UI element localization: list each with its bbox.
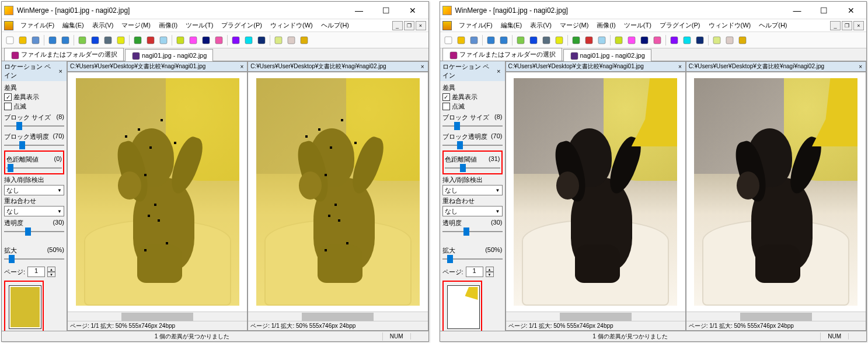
menu-6[interactable]: プラグイン(P)	[656, 20, 704, 31]
path-close-1[interactable]: ×	[420, 64, 426, 70]
zoom-slider[interactable]	[4, 255, 64, 263]
mdi-close[interactable]: ×	[853, 21, 864, 30]
tb-undo[interactable]	[47, 34, 58, 46]
page-up[interactable]: ▲	[486, 267, 494, 272]
menu-8[interactable]: ヘルプ(H)	[318, 20, 353, 31]
tb-save[interactable]	[468, 34, 480, 46]
tb-diff-up-left[interactable]	[76, 34, 88, 46]
tb-diff-down-left[interactable]	[528, 34, 539, 46]
page-down[interactable]: ▼	[486, 272, 494, 277]
tb-undo[interactable]	[485, 34, 497, 46]
hscroll-0[interactable]	[68, 312, 247, 321]
menu-3[interactable]: マージ(M)	[118, 20, 154, 31]
maximize-button[interactable]: ☐	[811, 2, 837, 19]
mdi-restore[interactable]: ❐	[404, 21, 414, 30]
tb-nav-first[interactable]	[613, 34, 625, 46]
diff-thumbnail[interactable]	[9, 285, 41, 329]
tb-diff-up-right[interactable]	[102, 34, 114, 46]
menu-4[interactable]: 画像(I)	[155, 20, 181, 31]
tb-nav-prev[interactable]	[626, 34, 637, 46]
path-close-1[interactable]: ×	[857, 64, 863, 70]
tb-merge-r[interactable]	[694, 34, 706, 46]
sidebar-close[interactable]: ×	[57, 68, 64, 75]
mdi-min[interactable]: _	[392, 21, 403, 30]
tb-stop[interactable]	[583, 34, 595, 46]
chk-show-diff[interactable]: ✓	[4, 93, 12, 101]
tb-stop[interactable]	[145, 34, 156, 46]
tb-merge-all[interactable]	[230, 34, 242, 46]
mdi-close[interactable]: ×	[416, 21, 426, 30]
menu-6[interactable]: プラグイン(P)	[218, 20, 266, 31]
image-canvas-1[interactable]	[686, 72, 866, 312]
image-canvas-0[interactable]	[506, 72, 685, 312]
blockalpha-slider[interactable]	[4, 141, 64, 149]
menu-0[interactable]: ファイル(F)	[17, 20, 58, 31]
overlay-select[interactable]: なし▼	[4, 206, 64, 216]
tb-nav-last[interactable]	[651, 34, 663, 46]
zoom-slider[interactable]	[442, 255, 503, 263]
tb-merge-l[interactable]	[681, 34, 693, 46]
tb-refresh[interactable]	[132, 34, 144, 46]
blocksize-slider[interactable]	[4, 122, 64, 130]
chk-show-diff[interactable]: ✓	[442, 93, 450, 101]
menu-7[interactable]: ウィンドウ(W)	[267, 20, 316, 31]
menu-8[interactable]: ヘルプ(H)	[755, 20, 790, 31]
page-up[interactable]: ▲	[47, 267, 55, 272]
tb-nav-next[interactable]	[639, 34, 650, 46]
page-down[interactable]: ▼	[47, 272, 55, 277]
sidebar-close[interactable]: ×	[495, 68, 502, 75]
tb-open[interactable]	[455, 34, 467, 46]
menu-7[interactable]: ウィンドウ(W)	[705, 20, 755, 31]
insdet-select[interactable]: なし▼	[4, 185, 64, 195]
colordist-slider[interactable]	[6, 164, 62, 172]
menu-5[interactable]: ツール(T)	[621, 20, 655, 31]
tab-0[interactable]: ファイルまたはフォルダーの選択	[442, 48, 562, 61]
tb-opt2[interactable]	[285, 34, 297, 46]
tb-opt3[interactable]	[298, 34, 310, 46]
overlay-select[interactable]: なし▼	[442, 206, 503, 216]
tb-diff-down-right[interactable]	[115, 34, 127, 46]
hscroll-1[interactable]	[686, 312, 866, 321]
menu-1[interactable]: 編集(E)	[497, 20, 526, 31]
tb-save[interactable]	[30, 34, 41, 46]
path-close-0[interactable]: ×	[677, 64, 683, 70]
tb-opt1[interactable]	[273, 34, 284, 46]
tb-new[interactable]	[4, 34, 16, 46]
hscroll-1[interactable]	[248, 312, 427, 321]
menu-0[interactable]: ファイル(F)	[455, 20, 496, 31]
page-input[interactable]: 1	[466, 267, 483, 277]
tb-nav-last[interactable]	[213, 34, 225, 46]
insdet-select[interactable]: なし▼	[442, 185, 503, 195]
blockalpha-slider[interactable]	[442, 141, 503, 149]
chk-blink[interactable]	[4, 103, 12, 110]
tb-opt2[interactable]	[724, 34, 735, 46]
close-button[interactable]: ✕	[838, 2, 864, 19]
tab-1[interactable]: nagi01.jpg - nagi02.jpg	[563, 49, 651, 61]
tb-view1[interactable]	[158, 34, 169, 46]
tb-merge-r[interactable]	[256, 34, 267, 46]
tab-0[interactable]: ファイルまたはフォルダーの選択	[4, 48, 124, 61]
menu-3[interactable]: マージ(M)	[556, 20, 592, 31]
hscroll-0[interactable]	[506, 312, 685, 321]
path-close-0[interactable]: ×	[239, 64, 245, 70]
tb-merge-l[interactable]	[243, 34, 255, 46]
maximize-button[interactable]: ☐	[373, 2, 399, 19]
tb-opt3[interactable]	[737, 34, 748, 46]
tb-merge-all[interactable]	[668, 34, 680, 46]
tb-nav-next[interactable]	[200, 34, 212, 46]
tb-redo[interactable]	[60, 34, 71, 46]
tb-view1[interactable]	[596, 34, 608, 46]
tb-diff-down-left[interactable]	[89, 34, 101, 46]
tab-1[interactable]: nagi01.jpg - nagi02.jpg	[125, 49, 213, 61]
tb-diff-up-right[interactable]	[541, 34, 552, 46]
menu-2[interactable]: 表示(V)	[89, 20, 117, 31]
chk-blink[interactable]	[442, 103, 450, 110]
mdi-min[interactable]: _	[830, 21, 841, 30]
tb-refresh[interactable]	[570, 34, 582, 46]
image-canvas-1[interactable]	[248, 72, 427, 312]
tb-redo[interactable]	[498, 34, 510, 46]
minimize-button[interactable]: —	[346, 2, 372, 19]
alpha-slider[interactable]	[4, 228, 64, 236]
tb-opt1[interactable]	[711, 34, 723, 46]
close-button[interactable]: ✕	[400, 2, 426, 19]
